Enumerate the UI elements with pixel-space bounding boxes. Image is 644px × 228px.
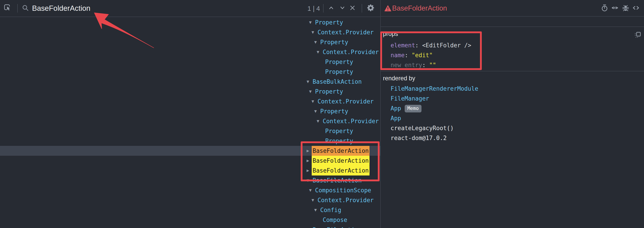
suspend-toggle-button[interactable] xyxy=(600,4,609,13)
component-name: Property xyxy=(325,67,353,77)
tree-row[interactable]: ▾Context.Provider xyxy=(0,27,380,37)
chevron-down-icon[interactable]: ▾ xyxy=(314,47,321,57)
tree-row[interactable]: ▾Context.Provider xyxy=(0,116,380,126)
prop-value[interactable]: "" xyxy=(429,62,436,68)
tree-row[interactable]: Property xyxy=(0,67,380,77)
component-name: BaseBulkAction xyxy=(312,77,362,87)
debug-button[interactable] xyxy=(621,4,630,13)
tree-row[interactable]: ▸BaseFolderAction xyxy=(0,166,380,175)
component-name: Property xyxy=(320,37,348,47)
tree-row[interactable]: ▸BaseFolderAction xyxy=(0,146,380,156)
component-name: Context.Provider xyxy=(318,27,374,37)
chevron-down-icon[interactable]: ▾ xyxy=(310,97,316,106)
clear-search-button[interactable] xyxy=(348,4,357,13)
component-header-substrip xyxy=(381,17,644,27)
warning-icon xyxy=(384,5,391,12)
prop-row: new entry: "" xyxy=(381,60,644,70)
prop-separator: : xyxy=(422,62,429,68)
owner-link[interactable]: App xyxy=(390,105,401,112)
chevron-down-icon[interactable]: ▾ xyxy=(310,195,316,205)
prop-value[interactable]: <EditFolder /> xyxy=(422,42,471,49)
component-name: BaseFileAction xyxy=(312,225,362,228)
chevron-down-icon[interactable]: ▾ xyxy=(312,37,319,47)
toolbar-divider xyxy=(362,4,362,13)
tree-row[interactable]: ▾BaseFileAction xyxy=(0,175,380,185)
component-name: Property xyxy=(325,126,353,136)
eye-icon xyxy=(611,4,619,13)
prop-value[interactable]: "edit" xyxy=(412,52,433,59)
search-input[interactable] xyxy=(32,3,234,14)
tree-row[interactable]: ▾Context.Provider xyxy=(0,47,380,57)
rendered-by-row: react-dom@17.0.2 xyxy=(381,133,644,143)
component-name: Context.Provider xyxy=(318,97,374,106)
search-results-count: 1 | 4 xyxy=(305,0,323,17)
component-name: Property xyxy=(315,87,343,97)
tree-row[interactable]: ▾Property xyxy=(0,18,380,27)
chevron-down-icon[interactable]: ▾ xyxy=(314,116,321,126)
chevron-down-icon[interactable]: ▾ xyxy=(304,77,311,87)
chevron-down-icon[interactable]: ▾ xyxy=(307,87,314,97)
previous-result-button[interactable] xyxy=(327,4,336,13)
component-name: Context.Provider xyxy=(323,47,379,57)
inspect-dom-button[interactable] xyxy=(610,4,619,13)
selected-component-panel: BaseFolderAction xyxy=(381,0,644,228)
rendered-by-list: FileManagerRendererModuleFileManagerAppM… xyxy=(381,84,644,143)
tree-row[interactable]: ▾BaseBulkAction xyxy=(0,77,380,87)
component-name: Context.Provider xyxy=(323,116,379,126)
chevron-down-icon[interactable]: ▾ xyxy=(304,175,311,185)
gear-icon xyxy=(367,4,374,13)
settings-button[interactable] xyxy=(366,4,375,13)
component-name: BaseFolderAction xyxy=(312,156,370,166)
owner-root-label: createLegacyRoot() xyxy=(390,125,454,131)
tree-row[interactable]: ▾CompositionScope xyxy=(0,185,380,195)
owner-link[interactable]: App xyxy=(390,115,401,122)
chevron-down-icon[interactable]: ▾ xyxy=(307,18,314,27)
tree-toolbar: 1 | 4 xyxy=(0,0,380,17)
props-heading: props xyxy=(383,31,398,38)
chevron-down-icon[interactable]: ▾ xyxy=(310,27,316,37)
tree-row[interactable]: Compose xyxy=(0,215,380,225)
toolbar-divider xyxy=(17,4,18,13)
next-result-button[interactable] xyxy=(338,4,347,13)
component-name: BaseFileAction xyxy=(312,175,362,185)
selected-component-header: BaseFolderAction xyxy=(381,0,644,17)
component-name: BaseFolderAction xyxy=(312,146,370,156)
tree-row[interactable]: ▾Property xyxy=(0,87,380,97)
view-source-button[interactable] xyxy=(632,4,640,13)
tree-row[interactable]: ▾Context.Provider xyxy=(0,195,380,205)
chevron-down-icon[interactable]: ▾ xyxy=(312,106,319,116)
rendered-by-section: rendered by FileManagerRendererModuleFil… xyxy=(381,72,644,228)
tree-row[interactable]: ▸BaseFolderAction xyxy=(0,156,380,166)
prop-separator: : xyxy=(415,42,422,49)
component-name: Context.Provider xyxy=(318,195,374,205)
tree-row[interactable]: ▾Property xyxy=(0,37,380,47)
prop-key: name xyxy=(390,52,405,59)
tree-row[interactable]: Property xyxy=(0,57,380,67)
close-icon xyxy=(349,5,356,12)
owner-link[interactable]: FileManager xyxy=(390,95,429,102)
copy-props-button[interactable] xyxy=(634,31,642,39)
component-name: Property xyxy=(320,106,348,116)
component-name: CompositionScope xyxy=(315,185,371,195)
prop-separator: : xyxy=(405,52,412,59)
tree-row[interactable]: ▾Config xyxy=(0,205,380,215)
toolbar-divider xyxy=(323,4,324,13)
chevron-right-icon[interactable]: ▸ xyxy=(304,166,311,175)
tree-row[interactable]: Property xyxy=(0,126,380,136)
tree-row[interactable]: ▾Property xyxy=(0,106,380,116)
prop-key: element xyxy=(390,42,415,49)
rendered-by-row: FileManagerRendererModule xyxy=(381,84,644,94)
chevron-right-icon[interactable]: ▸ xyxy=(304,156,311,166)
tree-row[interactable]: Property xyxy=(0,136,380,146)
inspect-element-icon xyxy=(3,4,12,13)
chevron-down-icon[interactable]: ▾ xyxy=(312,205,319,215)
component-name: Config xyxy=(320,205,341,215)
owner-link[interactable]: FileManagerRendererModule xyxy=(390,85,478,92)
chevron-down-icon[interactable]: ▾ xyxy=(307,185,314,195)
tree-row[interactable]: ▾BaseFileAction xyxy=(0,225,380,228)
tree-row[interactable]: ▾Context.Provider xyxy=(0,97,380,106)
chevron-down-icon[interactable]: ▾ xyxy=(304,225,311,228)
inspect-element-button[interactable] xyxy=(3,4,12,13)
prop-row: element: <EditFolder /> xyxy=(381,40,644,50)
chevron-right-icon[interactable]: ▸ xyxy=(304,146,311,156)
